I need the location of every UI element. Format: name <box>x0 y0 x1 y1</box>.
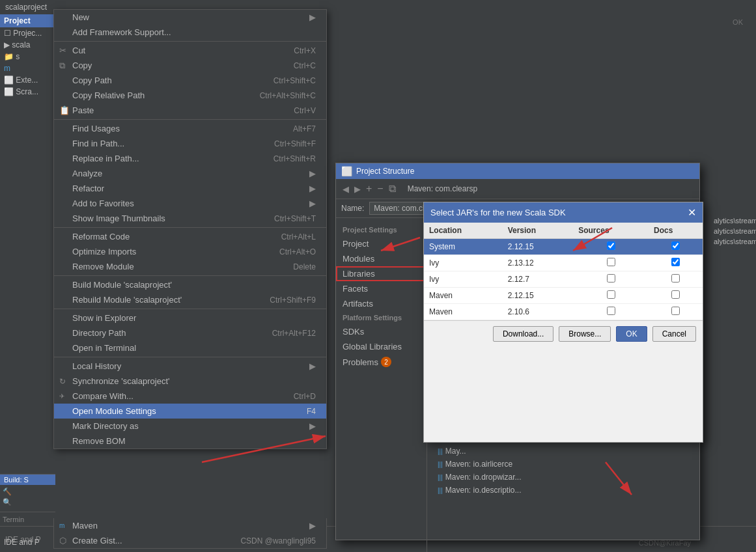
menu-item-synchronize[interactable]: ↻ Synchronize 'scalaproject' <box>54 374 326 389</box>
arrow-icon-refactor: ▶ <box>309 184 316 193</box>
red-arrow-sources <box>560 225 625 264</box>
menu-item-local-history[interactable]: Local History ▶ <box>54 359 326 374</box>
terminal-label[interactable]: Termin <box>3 516 24 523</box>
menu-label-replace-in-path: Replace in Path... <box>72 154 139 163</box>
jar-doc-ivy2[interactable] <box>649 271 703 288</box>
build-icon-search[interactable]: 🔍 <box>3 498 53 506</box>
cancel-button[interactable]: Cancel <box>652 326 696 342</box>
menu-label-remove-bom: Remove BOM <box>72 436 126 446</box>
col-location: Location <box>424 223 503 239</box>
path-item-2: alytics\stream\ <box>712 226 756 236</box>
jar-dialog-close-button[interactable]: ✕ <box>688 206 696 219</box>
menu-item-build-module[interactable]: Build Module 'scalaproject' <box>54 277 326 292</box>
lib-icon-19: ||| <box>438 461 443 468</box>
menu-label-show-thumbnails: Show Image Thumbnails <box>72 214 165 223</box>
build-icon-hammer[interactable]: 🔨 <box>3 488 53 496</box>
jar-doc-ivy1[interactable] <box>649 255 703 271</box>
nav-item-problems[interactable]: Problems 2 <box>336 354 427 370</box>
ok-button[interactable]: OK <box>616 326 647 342</box>
menu-item-copy[interactable]: ⧉ Copy Ctrl+C <box>54 58 326 73</box>
shortcut-reformat: Ctrl+Alt+L <box>281 232 316 242</box>
menu-item-reformat[interactable]: Reformat Code Ctrl+Alt+L <box>54 229 326 244</box>
menu-item-analyze[interactable]: Analyze ▶ <box>54 166 326 181</box>
shortcut-copy-relative-path: Ctrl+Alt+Shift+C <box>260 91 316 100</box>
menu-item-cut[interactable]: ✂ Cut Ctrl+X <box>54 43 326 58</box>
menu-item-copy-relative-path[interactable]: Copy Relative Path Ctrl+Alt+Shift+C <box>54 88 326 103</box>
remove-library-button[interactable]: − <box>377 183 383 195</box>
shortcut-remove-module: Delete <box>293 262 316 271</box>
copy-library-button[interactable]: ⧉ <box>389 183 396 195</box>
nav-item-sdks[interactable]: SDKs <box>336 324 427 339</box>
menu-item-refactor[interactable]: Refactor ▶ <box>54 181 326 196</box>
tree-item-s[interactable]: 📁 s <box>0 51 55 62</box>
back-button[interactable]: ◀ <box>343 184 349 194</box>
menu-item-replace-in-path[interactable]: Replace in Path... Ctrl+Shift+R <box>54 151 326 166</box>
project-structure-title: Project Structure <box>356 167 414 176</box>
menu-label-optimize-imports: Optimize Imports <box>72 247 136 256</box>
menu-item-optimize-imports[interactable]: Optimize Imports Ctrl+Alt+O <box>54 244 326 259</box>
menu-item-remove-module[interactable]: Remove Module Delete <box>54 259 326 274</box>
compare-icon: ✈ <box>59 393 64 400</box>
tree-item-scra[interactable]: ⬜ Scra... <box>0 86 55 98</box>
jar-doc-maven2[interactable] <box>649 304 703 320</box>
ps-icon: ⬜ <box>341 166 352 176</box>
menu-item-create-gist[interactable]: ⬡ Create Gist... CSDN @wanglingli95 <box>54 533 326 548</box>
project-panel-title[interactable]: Project <box>0 14 55 27</box>
shortcut-replace-in-path: Ctrl+Shift+R <box>273 154 316 163</box>
menu-item-copy-path[interactable]: Copy Path Ctrl+Shift+C <box>54 73 326 88</box>
terminal-panel: Termin <box>0 512 55 526</box>
jar-row-maven1[interactable]: Maven 2.12.15 <box>424 288 703 304</box>
menu-label-create-gist: Create Gist... <box>72 536 122 545</box>
ide-title: scalaproject <box>5 3 47 12</box>
menu-item-open-module-settings[interactable]: Open Module Settings F4 <box>54 404 326 419</box>
separator-4 <box>54 275 326 276</box>
separator-3 <box>54 227 326 228</box>
forward-button[interactable]: ▶ <box>354 184 361 194</box>
menu-item-add-favorites[interactable]: Add to Favorites ▶ <box>54 196 326 211</box>
menu-item-find-usages[interactable]: Find Usages Alt+F7 <box>54 121 326 136</box>
arrow-icon-history: ▶ <box>309 361 316 371</box>
menu-item-open-terminal[interactable]: Open in Terminal <box>54 340 326 355</box>
tree-item-m[interactable]: m <box>0 62 55 74</box>
tree-item-scala[interactable]: ▶ scala <box>0 39 55 51</box>
shortcut-copy: Ctrl+C <box>294 61 316 70</box>
menu-item-compare[interactable]: ✈ Compare With... Ctrl+D <box>54 389 326 404</box>
name-field-label: Name: <box>341 204 364 213</box>
menu-item-show-thumbnails[interactable]: Show Image Thumbnails Ctrl+Shift+T <box>54 211 326 226</box>
jar-ver-maven2: 2.10.6 <box>503 304 574 320</box>
shortcut-dir-path: Ctrl+Alt+F12 <box>272 329 316 338</box>
menu-item-new[interactable]: New ▶ <box>54 10 326 25</box>
jar-src-maven1[interactable] <box>573 288 649 304</box>
context-menu: New ▶ Add Framework Support... ✂ Cut Ctr… <box>53 9 327 449</box>
jar-src-ivy2[interactable] <box>573 271 649 288</box>
add-library-button[interactable]: + <box>366 183 372 195</box>
menu-item-maven[interactable]: m Maven ▶ <box>54 518 326 533</box>
menu-label-open-module-settings: Open Module Settings <box>72 406 156 416</box>
jar-row-ivy2[interactable]: Ivy 2.12.7 <box>424 271 703 288</box>
menu-label-find-in-path: Find in Path... <box>72 139 124 148</box>
dialog-sidebar: Project Settings Project Modules Librari… <box>336 218 427 552</box>
nav-item-artifacts[interactable]: Artifacts <box>336 296 427 311</box>
menu-item-rebuild-module[interactable]: Rebuild Module 'scalaproject' Ctrl+Shift… <box>54 292 326 307</box>
shortcut-compare: Ctrl+D <box>294 392 316 401</box>
menu-item-show-explorer[interactable]: Show in Explorer <box>54 310 326 325</box>
path-item-3: alytics\stream\ <box>712 236 756 247</box>
tree-item-ext[interactable]: ⬜ Exte... <box>0 74 55 86</box>
separator-6 <box>54 357 326 357</box>
jar-doc-system[interactable] <box>649 239 703 255</box>
browse-button[interactable]: Browse... <box>559 326 611 342</box>
maven-icon: m <box>59 522 64 529</box>
menu-item-find-in-path[interactable]: Find in Path... Ctrl+Shift+F <box>54 136 326 151</box>
nav-item-libraries[interactable]: Libraries <box>336 266 427 281</box>
jar-row-maven2[interactable]: Maven 2.10.6 <box>424 304 703 320</box>
jar-doc-maven1[interactable] <box>649 288 703 304</box>
nav-item-facets[interactable]: Facets <box>336 281 427 296</box>
nav-item-global-libraries[interactable]: Global Libraries <box>336 339 427 354</box>
menu-item-add-framework[interactable]: Add Framework Support... <box>54 25 326 40</box>
jar-src-maven2[interactable] <box>573 304 649 320</box>
section-platform-settings: Platform Settings <box>336 311 427 324</box>
download-button[interactable]: Download... <box>493 326 553 342</box>
menu-item-paste[interactable]: 📋 Paste Ctrl+V <box>54 103 326 118</box>
tree-item-project[interactable]: ☐ Projec... <box>0 27 55 39</box>
menu-item-directory-path[interactable]: Directory Path Ctrl+Alt+F12 <box>54 325 326 340</box>
